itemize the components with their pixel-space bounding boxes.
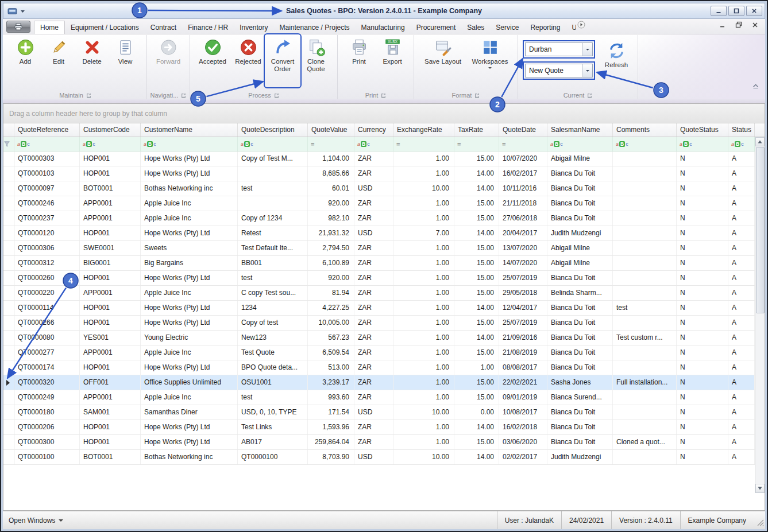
filter-cell-customercode[interactable]: aBc (80, 137, 141, 151)
scroll-up-button[interactable] (755, 137, 765, 146)
table-row-QT0000277[interactable]: QT0000277APP0001Apple Juice IncTest Quot… (3, 345, 765, 360)
dialog-launcher-icon[interactable] (274, 93, 279, 98)
filter-cell-status[interactable]: aBc (728, 137, 755, 151)
tab-equipment-locations[interactable]: Equipment / Locations (65, 21, 145, 34)
accepted-button[interactable]: Accepted (195, 36, 230, 86)
filter-cell-customername[interactable]: aBc (141, 137, 238, 151)
refresh-button[interactable]: Refresh (600, 39, 633, 90)
table-row-QT0000100[interactable]: QT0000100BOT0001Bothas Networking incQT0… (3, 450, 765, 465)
print-button[interactable]: Print (342, 36, 376, 86)
table-row-QT0000306[interactable]: QT0000306SWE0001SweetsTest Default Ite..… (3, 241, 765, 256)
table-row-QT0000260[interactable]: QT0000260HOP001Hope Works (Pty) Ltdtest9… (3, 271, 765, 286)
filter-cell-quotedate[interactable]: = (499, 137, 547, 151)
application-menu-button[interactable] (6, 21, 30, 33)
table-row-QT0000312[interactable]: QT0000312BIG0001Big BargainsBB0016,100.8… (3, 256, 765, 271)
dialog-launcher-icon[interactable] (474, 93, 480, 98)
quick-access-caret-icon[interactable] (20, 9, 25, 13)
delete-button[interactable]: Delete (75, 36, 109, 86)
table-row-QT0000220[interactable]: QT0000220APP0001Apple Juice IncC copy Te… (3, 286, 765, 301)
forward-button[interactable]: Forward (152, 36, 185, 86)
workspaces-button[interactable]: Workspaces (467, 36, 513, 86)
table-row-QT0000174[interactable]: QT0000174HOP001Hope Works (Pty) LtdBPO Q… (3, 360, 765, 375)
table-row-QT0000180[interactable]: QT0000180SAM001Samanthas DinerUSD, 0, 10… (3, 405, 765, 420)
column-header-customercode[interactable]: CustomerCode (80, 123, 141, 137)
filter-cell-quotestatus[interactable]: aBc (677, 137, 728, 151)
table-row-QT0000206[interactable]: QT0000206HOP001Hope Works (Pty) LtdTest … (3, 420, 765, 435)
column-header-quotereference[interactable]: QuoteReference (14, 123, 80, 137)
clone-quote-button[interactable]: Clone Quote (299, 36, 333, 86)
column-header-status[interactable]: Status (728, 123, 755, 137)
filter-cell-comments[interactable]: aBc (613, 137, 677, 151)
column-header-comments[interactable]: Comments (613, 123, 677, 137)
table-row-QT0000303[interactable]: QT0000303HOP001Hope Works (Pty) LtdCopy … (3, 152, 765, 166)
ribbon-collapse-button[interactable] (752, 81, 759, 91)
view-button[interactable]: View (109, 36, 142, 86)
resize-grip[interactable] (757, 519, 764, 528)
table-row-QT0000120[interactable]: QT0000120HOP001Hope Works (Pty) LtdRetes… (3, 226, 765, 241)
scroll-down-button[interactable] (755, 484, 765, 493)
table-row-QT0000246[interactable]: QT0000246APP0001Apple Juice Inc920.00ZAR… (3, 196, 765, 211)
filter-cell-quotereference[interactable]: aBc (14, 137, 80, 151)
column-header-customername[interactable]: CustomerName (141, 123, 238, 137)
table-row-QT0000097[interactable]: QT0000097BOT0001Bothas Networking inctes… (3, 181, 765, 196)
tab-scroll-right-button[interactable] (577, 21, 585, 31)
column-header-quotestatus[interactable]: QuoteStatus (677, 123, 728, 137)
table-row-QT0000237[interactable]: QT0000237APP0001Apple Juice IncCopy of 1… (3, 211, 765, 226)
filter-cell-salesmanname[interactable]: aBc (547, 137, 613, 151)
tab-reporting[interactable]: Reporting (524, 21, 566, 34)
column-header-exchangerate[interactable]: ExchangeRate (393, 123, 454, 137)
table-row-QT0000300[interactable]: QT0000300HOP001Hope Works (Pty) LtdAB017… (3, 435, 765, 450)
filter-row-indicator-cell[interactable] (3, 137, 14, 151)
filter-cell-quotevalue[interactable]: = (308, 137, 354, 151)
table-row-QT0000114[interactable]: QT0000114HOP001Hope Works (Pty) Ltd12344… (3, 301, 765, 316)
minimize-button[interactable] (711, 6, 727, 16)
column-header-salesmanname[interactable]: SalesmanName (547, 123, 613, 137)
tab-contract[interactable]: Contract (145, 21, 182, 34)
tab-inventory[interactable]: Inventory (234, 21, 273, 34)
table-row-QT0000249[interactable]: QT0000249APP0001Apple Juice Inctest993.6… (3, 390, 765, 405)
tab-home[interactable]: Home (34, 21, 65, 34)
filter-cell-taxrate[interactable]: = (454, 137, 499, 151)
dialog-launcher-icon[interactable] (587, 93, 592, 98)
tab-procurement[interactable]: Procurement (411, 21, 462, 34)
column-header-quotevalue[interactable]: QuoteValue (308, 123, 354, 137)
save-layout-button[interactable]: Save Layout (419, 36, 467, 86)
quote-status-combobox[interactable]: New Quote (525, 64, 593, 77)
rejected-button[interactable]: Rejected (230, 36, 266, 86)
site-combobox-caret-icon[interactable] (582, 43, 592, 56)
child-close-button[interactable] (752, 20, 758, 30)
column-header-taxrate[interactable]: TaxRate (454, 123, 499, 137)
close-button[interactable] (746, 6, 762, 16)
tab-service[interactable]: Service (490, 21, 524, 34)
convert-order-button[interactable]: Convert Order (266, 36, 299, 86)
column-header-quotedescription[interactable]: QuoteDescription (238, 123, 308, 137)
tab-finance-hr[interactable]: Finance / HR (182, 21, 234, 34)
quote-status-combobox-caret-icon[interactable] (582, 64, 592, 77)
column-header-quotedate[interactable]: QuoteDate (499, 123, 547, 137)
child-restore-button[interactable] (735, 20, 742, 30)
tab-maintenance-projects[interactable]: Maintenance / Projects (274, 21, 356, 34)
table-row-QT0000103[interactable]: QT0000103HOP001Hope Works (Pty) Ltd8,685… (3, 166, 765, 181)
tab-sales[interactable]: Sales (461, 21, 490, 34)
dialog-launcher-icon[interactable] (381, 93, 386, 98)
edit-button[interactable]: Edit (42, 36, 75, 86)
table-row-QT0000320[interactable]: QT0000320OFF001Office Supplies Unlimited… (3, 375, 765, 390)
vertical-scrollbar[interactable] (755, 137, 765, 493)
site-combobox[interactable]: Durban (525, 42, 593, 56)
tab-u[interactable]: U (566, 21, 576, 34)
filter-cell-currency[interactable]: aBc (354, 137, 393, 151)
scrollbar-thumb[interactable] (756, 147, 765, 313)
open-windows-button[interactable]: Open Windows (3, 517, 63, 525)
group-by-panel[interactable]: Drag a column header here to group by th… (3, 104, 765, 123)
column-header-currency[interactable]: Currency (354, 123, 393, 137)
dialog-launcher-icon[interactable] (181, 93, 186, 98)
dialog-launcher-icon[interactable] (86, 93, 91, 98)
table-row-QT0000266[interactable]: QT0000266HOP001Hope Works (Pty) LtdCopy … (3, 316, 765, 331)
tab-manufacturing[interactable]: Manufacturing (356, 21, 411, 34)
maximize-button[interactable] (728, 6, 744, 16)
export-button[interactable]: XLSX Export (376, 36, 409, 86)
add-button[interactable]: Add (9, 36, 42, 86)
filter-cell-exchangerate[interactable]: = (393, 137, 454, 151)
filter-cell-quotedescription[interactable]: aBc (238, 137, 308, 151)
child-minimize-button[interactable] (719, 20, 725, 30)
